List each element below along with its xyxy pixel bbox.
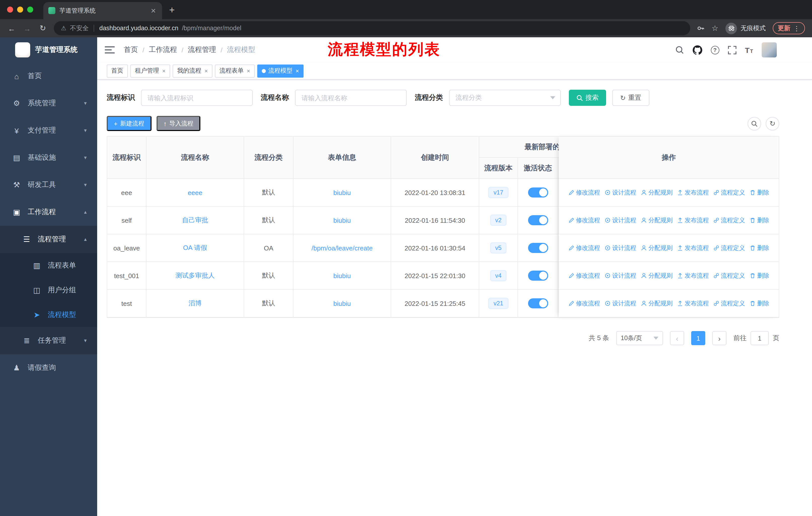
- form-info-link[interactable]: biubiu: [333, 272, 351, 279]
- sidebar-item-payment[interactable]: ¥ 支付管理 ▼: [0, 117, 97, 144]
- minimize-window-button[interactable]: [17, 6, 23, 12]
- sidebar-item-workflow[interactable]: ▣ 工作流程 ▲: [0, 198, 97, 226]
- tag-process-form[interactable]: 流程表单 ×: [215, 64, 255, 77]
- active-toggle[interactable]: [528, 243, 548, 253]
- action-definition-link[interactable]: 流程定义: [713, 271, 745, 280]
- bookmark-star-icon[interactable]: ☆: [712, 24, 718, 33]
- sidebar-item-system[interactable]: ⚙ 系统管理 ▼: [0, 90, 97, 117]
- action-definition-link[interactable]: 流程定义: [713, 188, 745, 197]
- create-process-button[interactable]: + 新建流程: [107, 116, 151, 131]
- model-name-link[interactable]: eeee: [188, 189, 202, 196]
- action-delete-link[interactable]: 删除: [750, 271, 769, 280]
- action-assign-rule-link[interactable]: 分配规则: [641, 244, 672, 252]
- sidebar-item-user-group[interactable]: ◫ 用户分组: [0, 278, 97, 302]
- key-icon[interactable]: [696, 24, 704, 32]
- model-name-link[interactable]: OA 请假: [183, 243, 207, 252]
- active-toggle[interactable]: [528, 215, 548, 225]
- breadcrumb-process-manage[interactable]: 流程管理: [188, 45, 216, 54]
- close-icon[interactable]: ×: [295, 67, 299, 74]
- action-definition-link[interactable]: 流程定义: [713, 299, 745, 308]
- action-assign-rule-link[interactable]: 分配规则: [641, 188, 672, 197]
- reload-icon[interactable]: ↻: [38, 24, 47, 33]
- zoom-window-button[interactable]: [27, 6, 33, 12]
- action-delete-link[interactable]: 删除: [750, 188, 769, 197]
- action-definition-link[interactable]: 流程定义: [713, 244, 745, 252]
- font-size-icon[interactable]: TT: [745, 46, 753, 54]
- model-name-link[interactable]: 自己审批: [182, 216, 208, 225]
- new-tab-button[interactable]: +: [169, 5, 175, 15]
- forward-icon[interactable]: →: [23, 24, 32, 32]
- search-icon[interactable]: [675, 45, 684, 54]
- action-publish-link[interactable]: 发布流程: [677, 216, 709, 224]
- action-design-link[interactable]: 设计流程: [605, 188, 636, 197]
- action-delete-link[interactable]: 删除: [750, 244, 769, 252]
- process-key-input[interactable]: [141, 90, 253, 106]
- action-design-link[interactable]: 设计流程: [605, 244, 636, 252]
- sidebar-item-devtools[interactable]: ⚒ 研发工具 ▼: [0, 171, 97, 198]
- import-process-button[interactable]: ↑ 导入流程: [156, 116, 200, 131]
- sidebar-item-task-manage[interactable]: ≣ 任务管理 ▼: [0, 327, 97, 354]
- action-edit-link[interactable]: 修改流程: [568, 216, 600, 224]
- action-edit-link[interactable]: 修改流程: [568, 188, 600, 197]
- close-icon[interactable]: ×: [204, 67, 208, 74]
- model-name-link[interactable]: 滔博: [188, 299, 202, 308]
- sidebar-item-process-form[interactable]: ▥ 流程表单: [0, 253, 97, 278]
- close-icon[interactable]: ×: [162, 67, 166, 74]
- form-info-link[interactable]: biubiu: [333, 216, 351, 224]
- action-design-link[interactable]: 设计流程: [605, 299, 636, 308]
- action-edit-link[interactable]: 修改流程: [568, 299, 600, 308]
- action-edit-link[interactable]: 修改流程: [568, 244, 600, 252]
- action-design-link[interactable]: 设计流程: [605, 216, 636, 224]
- browser-menu-icon[interactable]: ⋮: [793, 24, 800, 32]
- reset-button[interactable]: ↻ 重置: [612, 90, 649, 106]
- action-assign-rule-link[interactable]: 分配规则: [641, 271, 672, 280]
- search-button[interactable]: 搜索: [569, 90, 606, 106]
- prev-page-button[interactable]: ‹: [670, 331, 684, 345]
- action-publish-link[interactable]: 发布流程: [677, 188, 709, 197]
- sidebar-item-leave-query[interactable]: ♟ 请假查询: [0, 354, 97, 381]
- breadcrumb-workflow[interactable]: 工作流程: [149, 45, 177, 54]
- user-avatar[interactable]: [762, 42, 777, 57]
- breadcrumb-home[interactable]: 首页: [124, 45, 138, 54]
- tag-tenant-manage[interactable]: 租户管理 ×: [130, 64, 170, 77]
- github-icon[interactable]: [692, 45, 702, 55]
- page-number-1[interactable]: 1: [691, 331, 705, 345]
- sidebar-item-process-model[interactable]: ➤ 流程模型: [0, 302, 97, 327]
- next-page-button[interactable]: ›: [712, 331, 726, 345]
- action-delete-link[interactable]: 删除: [750, 299, 769, 308]
- process-name-input[interactable]: [295, 90, 407, 106]
- back-icon[interactable]: ←: [7, 24, 16, 32]
- active-toggle[interactable]: [528, 271, 548, 281]
- action-design-link[interactable]: 设计流程: [605, 271, 636, 280]
- form-info-link[interactable]: biubiu: [333, 189, 351, 196]
- sidebar-logo[interactable]: 芋道管理系统: [0, 37, 97, 62]
- action-publish-link[interactable]: 发布流程: [677, 271, 709, 280]
- action-definition-link[interactable]: 流程定义: [713, 216, 745, 224]
- url-bar[interactable]: ⚠ 不安全 dashboard.yudao.iocoder.cn/bpm/man…: [54, 21, 690, 35]
- sidebar-toggle-icon[interactable]: [105, 46, 115, 53]
- form-info-link[interactable]: biubiu: [333, 300, 351, 307]
- toggle-search-button[interactable]: [748, 117, 761, 130]
- category-select[interactable]: 流程分类: [449, 90, 561, 106]
- tag-home[interactable]: 首页: [107, 64, 128, 77]
- sidebar-item-process-manage[interactable]: ☰ 流程管理 ▲: [0, 226, 97, 253]
- help-icon[interactable]: ?: [710, 46, 719, 54]
- active-toggle[interactable]: [528, 187, 548, 197]
- action-publish-link[interactable]: 发布流程: [677, 299, 709, 308]
- fullscreen-icon[interactable]: [728, 46, 736, 54]
- tab-close-icon[interactable]: ✕: [149, 7, 157, 15]
- browser-tab[interactable]: 芋道管理系统 ✕: [43, 2, 162, 19]
- active-toggle[interactable]: [528, 298, 548, 308]
- tag-my-process[interactable]: 我的流程 ×: [173, 64, 212, 77]
- page-size-select[interactable]: 10条/页: [616, 331, 663, 345]
- action-assign-rule-link[interactable]: 分配规则: [641, 216, 672, 224]
- action-publish-link[interactable]: 发布流程: [677, 244, 709, 252]
- goto-page-input[interactable]: [751, 331, 769, 345]
- model-name-link[interactable]: 测试多审批人: [175, 271, 215, 280]
- action-assign-rule-link[interactable]: 分配规则: [641, 299, 672, 308]
- form-info-link[interactable]: /bpm/oa/leave/create: [312, 244, 373, 252]
- close-icon[interactable]: ×: [246, 67, 250, 74]
- refresh-table-button[interactable]: ↻: [766, 117, 779, 130]
- close-window-button[interactable]: [7, 6, 13, 12]
- sidebar-item-home[interactable]: ⌂ 首页: [0, 62, 97, 90]
